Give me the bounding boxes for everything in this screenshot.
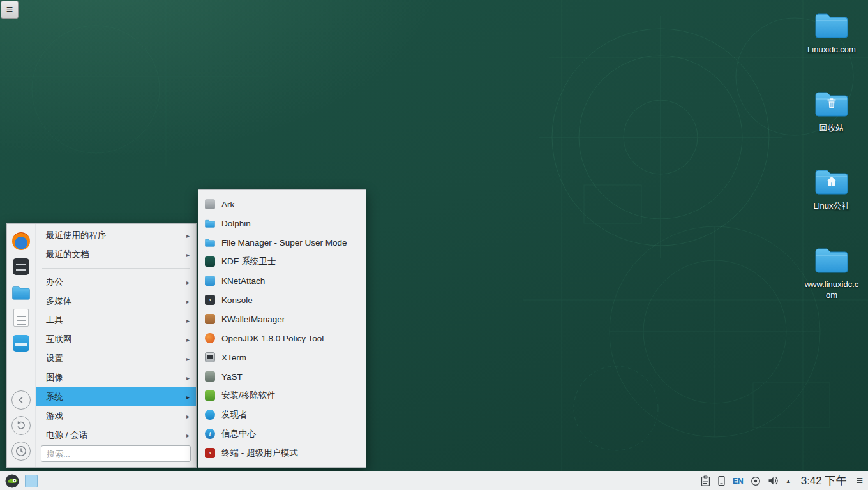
submenu-arrow-icon [186, 413, 190, 420]
info-center-icon [205, 429, 215, 439]
keyboard-layout-indicator[interactable]: EN [733, 477, 744, 486]
clipboard-icon[interactable] [701, 475, 710, 486]
submenu-arrow-icon [186, 432, 190, 439]
root-terminal-icon [205, 448, 215, 458]
openjdk-icon [205, 333, 215, 343]
folder-icon [815, 10, 848, 38]
history-button[interactable] [11, 416, 31, 435]
menu-item-label: 工具 [46, 315, 63, 326]
menu-item-recent-apps[interactable]: 最近使用的程序 [36, 226, 196, 245]
desktop-icon-linuxidc[interactable]: Linuxidc.com [802, 10, 861, 55]
menu-item-label: 系统 [46, 391, 63, 403]
desktop-icon-label: 回收站 [802, 122, 861, 133]
hamburger-menu-button[interactable] [1, 1, 19, 19]
history-icon [16, 420, 26, 431]
submenu-item-label: 发现者 [221, 409, 248, 420]
software-center-shortcut[interactable] [11, 334, 31, 353]
menu-item-label: 互联网 [46, 334, 72, 345]
install-software-icon [205, 390, 215, 401]
menu-sidebar [7, 224, 36, 467]
device-notifier-icon[interactable] [717, 475, 726, 486]
menu-item-internet[interactable]: 互联网 [36, 330, 196, 349]
submenu-arrow-icon [186, 355, 190, 362]
menu-item-multimedia[interactable]: 多媒体 [36, 292, 196, 311]
system-tray: EN 3:42 下午 [701, 473, 863, 488]
firefox-shortcut[interactable] [11, 232, 31, 251]
submenu-item-label: 终端 - 超级用户模式 [221, 447, 298, 459]
submenu-item-konsole[interactable]: Konsole [198, 290, 366, 309]
discover-icon [205, 410, 215, 420]
trash-icon [825, 96, 839, 110]
session-actions [11, 390, 31, 461]
konsole-icon [205, 295, 215, 305]
submenu-item-label: 信息中心 [221, 428, 256, 440]
app-launcher-button[interactable] [5, 474, 19, 488]
submenu-item-label: 安装/移除软件 [221, 390, 276, 401]
leave-clock-button[interactable] [11, 442, 31, 461]
back-arrow-icon [17, 396, 26, 405]
menu-item-tools[interactable]: 工具 [36, 311, 196, 330]
ark-icon [205, 199, 215, 209]
submenu-item-label: File Manager - Super User Mode [221, 238, 347, 248]
submenu-item-label: KDE 系统卫士 [221, 256, 276, 267]
menu-search [41, 445, 191, 462]
submenu-item-yast[interactable]: YaST [198, 367, 366, 386]
menu-item-system[interactable]: 系统 [36, 387, 196, 406]
submenu-item-label: Ark [221, 200, 234, 209]
submenu-item-kwalletmanager[interactable]: KWalletManager [198, 309, 366, 329]
desktop-icon-trash[interactable]: 回收站 [802, 89, 861, 133]
menu-category-list: 最近使用的程序 最近的文档 办公 多媒体 工具 互联网 设置 图像 系统 游戏 … [36, 224, 196, 467]
kde-guard-icon [205, 256, 215, 267]
submenu-item-knetattach[interactable]: KNetAttach [198, 271, 366, 290]
taskbar: EN 3:42 下午 [0, 471, 868, 490]
menu-item-label: 办公 [46, 276, 63, 288]
menu-item-label: 设置 [46, 353, 63, 364]
menu-item-label: 最近使用的程序 [46, 230, 107, 241]
desktop-icon-label: www.linuxidc.com [804, 279, 860, 301]
hamburger-icon [6, 4, 13, 16]
submenu-arrow-icon [186, 279, 190, 286]
menu-item-settings[interactable]: 设置 [36, 349, 196, 368]
submenu-item-dolphin[interactable]: Dolphin [198, 214, 366, 233]
volume-icon[interactable] [768, 476, 779, 486]
menu-item-graphics[interactable]: 图像 [36, 368, 196, 387]
menu-item-recent-docs[interactable]: 最近的文档 [36, 245, 196, 264]
search-input[interactable] [41, 445, 191, 462]
menu-item-power-session[interactable]: 电源 / 会话 [36, 426, 196, 445]
settings-icon [13, 258, 29, 275]
submenu-item-info-center[interactable]: 信息中心 [198, 424, 366, 443]
submenu-arrow-icon [186, 317, 190, 324]
kwallet-icon [205, 314, 215, 324]
taskbar-window-entry[interactable] [25, 475, 38, 487]
menu-item-label: 电源 / 会话 [46, 429, 87, 441]
submenu-item-discover[interactable]: 发现者 [198, 405, 366, 424]
menu-item-label: 最近的文档 [46, 249, 89, 260]
menu-item-games[interactable]: 游戏 [36, 406, 196, 426]
desktop-icon-wwwlinuxidc[interactable]: www.linuxidc.com [802, 245, 861, 301]
submenu-item-file-manager-super[interactable]: File Manager - Super User Mode [198, 233, 366, 252]
menu-item-label: 游戏 [46, 410, 63, 422]
submenu-item-xterm[interactable]: XTerm [198, 348, 366, 367]
back-button[interactable] [11, 390, 31, 410]
software-center-icon [13, 335, 29, 352]
submenu-item-label: Konsole [221, 295, 253, 305]
menu-divider [42, 268, 190, 269]
submenu-item-label: KNetAttach [221, 276, 265, 286]
expand-panel-icon[interactable] [786, 478, 791, 484]
submenu-item-install-remove-software[interactable]: 安装/移除软件 [198, 386, 366, 405]
digital-clock[interactable]: 3:42 下午 [801, 473, 847, 488]
file-manager-shortcut[interactable] [11, 283, 31, 302]
text-document-icon [13, 309, 29, 327]
input-method-icon[interactable] [751, 476, 761, 486]
submenu-item-ark[interactable]: Ark [198, 195, 366, 214]
submenu-item-root-terminal[interactable]: 终端 - 超级用户模式 [198, 443, 366, 463]
submenu-item-openjdk-policy-tool[interactable]: OpenJDK 1.8.0 Policy Tool [198, 329, 366, 348]
submenu-item-kde-guard[interactable]: KDE 系统卫士 [198, 252, 366, 271]
submenu-arrow-icon [186, 251, 190, 258]
text-document-shortcut[interactable] [11, 308, 31, 327]
panel-settings-icon[interactable] [856, 474, 863, 487]
menu-item-office[interactable]: 办公 [36, 272, 196, 292]
settings-shortcut[interactable] [11, 257, 31, 276]
yast-icon [205, 371, 215, 382]
desktop-icon-home[interactable]: Linux公社 [802, 167, 861, 211]
